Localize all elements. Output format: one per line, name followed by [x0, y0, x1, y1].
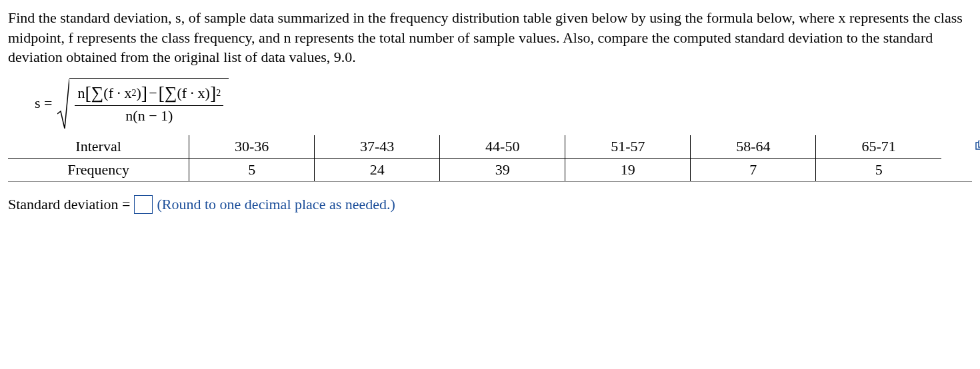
frequency-cell: 5 [189, 159, 315, 182]
radical-sign-icon [57, 78, 69, 129]
frequency-cell: 7 [691, 159, 816, 182]
formula: s = n [ ∑ (f · x2) ] − [ ∑ (f · x) ]2 [35, 78, 972, 129]
sigma-icon: ∑ [165, 83, 177, 103]
numerator: n [ ∑ (f · x2) ] − [ ∑ (f · x) ]2 [75, 81, 223, 105]
denominator: n(n − 1) [123, 106, 175, 126]
bracket-close-icon: ] [210, 83, 216, 104]
interval-cell: 37-43 [315, 135, 440, 159]
num-n: n [77, 85, 85, 102]
frequency-cell: 24 [315, 159, 440, 182]
table-row: Interval 30-36 37-43 44-50 51-57 58-64 6… [8, 135, 941, 159]
frequency-table-wrapper: Interval 30-36 37-43 44-50 51-57 58-64 6… [8, 135, 972, 182]
frequency-table: Interval 30-36 37-43 44-50 51-57 58-64 6… [8, 135, 941, 181]
num-fx2-close: ) [137, 85, 141, 102]
formula-lhs: s = [35, 95, 52, 112]
num-fx2-sup: 2 [132, 88, 137, 99]
fraction: n [ ∑ (f · x2) ] − [ ∑ (f · x) ]2 n(n − … [75, 81, 223, 126]
bracket-close-icon: ] [141, 83, 147, 104]
frequency-cell: 5 [816, 159, 941, 182]
bracket-open-icon: [ [159, 83, 165, 104]
table-bottom-divider [8, 181, 972, 182]
frequency-cell: 39 [440, 159, 565, 182]
interval-cell: 51-57 [565, 135, 691, 159]
interval-cell: 30-36 [189, 135, 315, 159]
interval-label: Interval [8, 135, 189, 159]
num-fx: (f · x) [177, 85, 209, 102]
frequency-cell: 19 [565, 159, 691, 182]
problem-statement: Find the standard deviation, s, of sampl… [8, 8, 972, 67]
minus-sign: − [147, 85, 158, 102]
sigma-icon: ∑ [91, 83, 104, 103]
frequency-label: Frequency [8, 159, 189, 182]
interval-cell: 58-64 [691, 135, 816, 159]
answer-hint: (Round to one decimal place as needed.) [157, 196, 395, 213]
square-root: n [ ∑ (f · x2) ] − [ ∑ (f · x) ]2 n(n − … [57, 78, 229, 129]
popup-icon[interactable] [975, 138, 980, 149]
answer-row: Standard deviation = (Round to one decim… [8, 195, 972, 214]
interval-cell: 44-50 [440, 135, 565, 159]
bracket-open-icon: [ [85, 83, 91, 104]
num-fx2: (f · x [103, 85, 131, 102]
interval-cell: 65-71 [816, 135, 941, 159]
num-square-sup: 2 [216, 88, 221, 99]
table-row: Frequency 5 24 39 19 7 5 [8, 159, 941, 182]
standard-deviation-input[interactable] [134, 195, 153, 214]
answer-label: Standard deviation = [8, 196, 130, 213]
